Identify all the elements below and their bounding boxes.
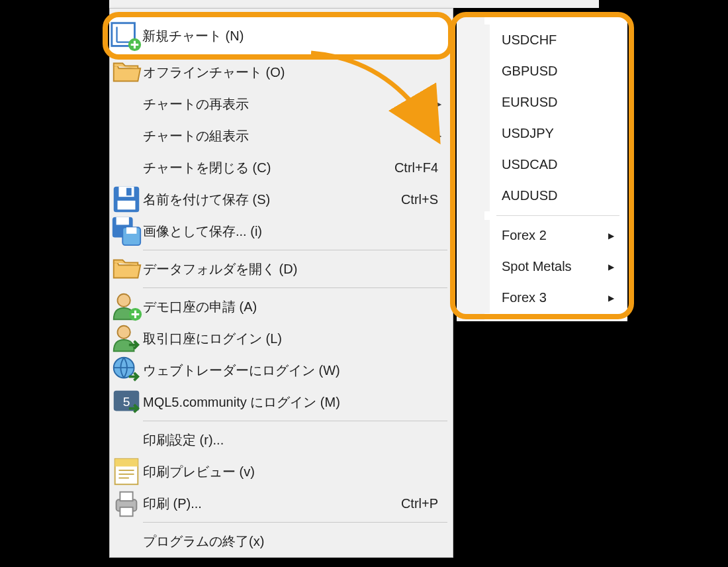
menu-item-save-image[interactable]: 画像として保存... (i) [110, 215, 453, 247]
submenu-arrow-icon: ▶ [435, 131, 445, 140]
file-menu: オフラインチャート (O) チャートの再表示 ▶ チャートの組表示 ▶ チャート… [109, 8, 453, 558]
menu-item-print-preview[interactable]: 印刷プレビュー (v) [110, 456, 453, 488]
menu-item-login-mql5[interactable]: 5 MQL5.community にログイン (M) [110, 386, 453, 418]
menu-label: チャートの組表示 [143, 127, 435, 145]
pair-label: USDJPY [490, 126, 619, 141]
submenu-arrow-icon: ▶ [608, 231, 619, 240]
shortcut: Ctrl+S [401, 192, 445, 207]
svg-text:5: 5 [123, 395, 130, 409]
menu-label: 取引口座にログイン (L) [143, 330, 445, 348]
globe-login-icon [110, 354, 143, 387]
menu-item-demo-account[interactable]: デモ口座の申請 (A) [110, 291, 453, 323]
menu-label: MQL5.community にログイン (M) [143, 393, 445, 411]
menu-item-close-chart[interactable]: チャートを閉じる (C) Ctrl+F4 [110, 152, 453, 183]
svg-rect-28 [120, 492, 132, 501]
shortcut: Ctrl+F4 [394, 160, 445, 176]
save-icon [110, 183, 143, 216]
svg-rect-11 [116, 217, 129, 225]
menu-item-print-setup[interactable]: 印刷設定 (r)... [110, 424, 453, 456]
pair-label: GBPUSD [490, 64, 619, 79]
menubar [109, 0, 599, 8]
menu-item-login-web[interactable]: ウェブトレーダーにログイン (W) [110, 354, 453, 386]
menu-label: プログラムの終了(x) [143, 533, 445, 550]
menu-label: 画像として保存... (i) [143, 223, 445, 240]
menu-item-reshow-chart[interactable]: チャートの再表示 ▶ [110, 88, 453, 120]
menu-item-print[interactable]: 印刷 (P)... Ctrl+P [110, 488, 453, 519]
svg-rect-8 [126, 188, 132, 196]
menu-item-open-data-folder[interactable]: データフォルダを開く (D) [110, 253, 453, 285]
group-label: Forex 3 [490, 290, 608, 305]
menu-label: 印刷設定 (r)... [143, 431, 445, 449]
print-icon [110, 487, 143, 520]
svg-point-18 [118, 326, 130, 338]
group-label: Forex 2 [490, 228, 608, 243]
menu-item-save-as[interactable]: 名前を付けて保存 (S) Ctrl+S [110, 183, 453, 215]
menu-item-login-trade[interactable]: 取引口座にログイン (L) [110, 323, 453, 354]
svg-rect-29 [120, 507, 132, 516]
submenu-arrow-icon: ▶ [608, 262, 619, 272]
svg-rect-9 [118, 201, 136, 209]
svg-rect-13 [126, 227, 136, 234]
menu-separator [143, 287, 447, 288]
submenu-arrow-icon: ▶ [608, 293, 619, 303]
mql5-icon: 5 [110, 386, 143, 419]
menu-label: ウェブトレーダーにログイン (W) [143, 362, 445, 380]
shortcut: Ctrl+P [401, 496, 445, 511]
menu-label: 新規チャート (N) [142, 27, 448, 45]
submenu-icon-stripe [457, 17, 484, 321]
menu-label: 印刷プレビュー (v) [143, 463, 445, 481]
svg-rect-23 [115, 459, 138, 467]
menu-item-exit[interactable]: プログラムの終了(x) [110, 525, 453, 557]
menu-label: デモ口座の申請 (A) [143, 298, 445, 316]
submenu-arrow-icon: ▶ [435, 99, 445, 109]
menu-separator [143, 522, 447, 523]
svg-point-14 [118, 294, 130, 307]
new-chart-icon [109, 19, 142, 52]
print-preview-icon [110, 455, 143, 488]
menu-separator [143, 250, 447, 250]
pair-label: USDCAD [490, 157, 619, 172]
submenu-separator [496, 215, 619, 216]
user-login-icon [110, 322, 143, 355]
pair-label: USDCHF [490, 32, 619, 48]
menu-label: オフラインチャート (O) [143, 64, 445, 81]
group-label: Spot Metals [490, 259, 608, 274]
menu-label: 印刷 (P)... [143, 495, 401, 513]
menu-label: チャートの再表示 [143, 95, 435, 113]
menu-separator [143, 421, 447, 421]
pair-label: AUDUSD [490, 188, 619, 203]
menu-label: データフォルダを開く (D) [143, 260, 445, 278]
folder-open-icon [110, 56, 143, 89]
menu-label: チャートを閉じる (C) [143, 159, 394, 177]
folder-icon [110, 252, 143, 285]
menu-item-offline-chart[interactable]: オフラインチャート (O) [110, 56, 453, 88]
menu-item-chart-group[interactable]: チャートの組表示 ▶ [110, 120, 453, 152]
new-chart-submenu: USDCHF GBPUSD EURUSD USDJPY USDCAD AUDUS… [457, 17, 627, 321]
user-add-icon [110, 290, 143, 323]
pair-label: EURUSD [490, 95, 619, 110]
menu-item-new-chart[interactable]: 新規チャート (N) [109, 17, 448, 54]
save-image-icon [110, 215, 143, 248]
menu-label: 名前を付けて保存 (S) [143, 191, 401, 209]
